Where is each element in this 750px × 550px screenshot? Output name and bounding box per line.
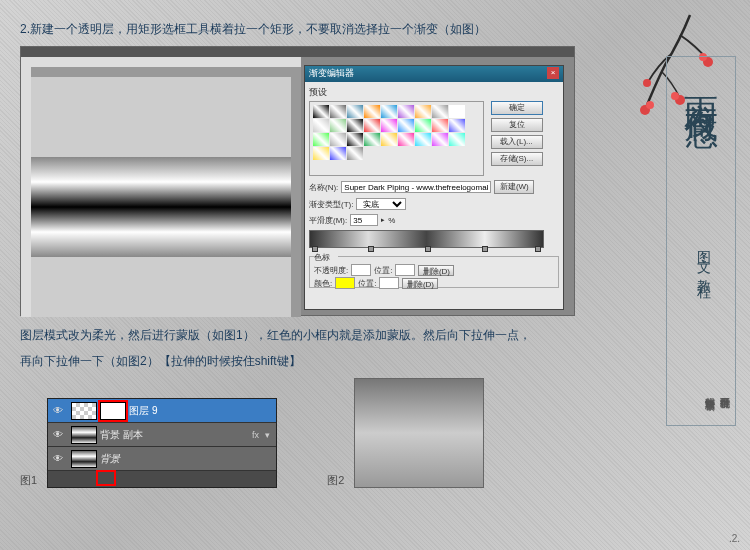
sidebar-title: 雨夜有感	[672, 70, 722, 94]
cancel-button[interactable]: 复位	[491, 118, 543, 132]
credit-2: 制作讲解 飘零桢雪	[701, 390, 717, 393]
name-label: 名称(N):	[309, 182, 338, 193]
dialog-title: 渐变编辑器	[309, 67, 354, 81]
layer-mask-highlighted	[100, 402, 126, 420]
layer-row-9[interactable]: 👁 图层 9	[48, 399, 276, 423]
presets-label: 预设	[309, 87, 327, 97]
smooth-label: 平滑度(M):	[309, 215, 347, 226]
ok-button[interactable]: 确定	[491, 101, 543, 115]
step-2-text: 2.新建一个透明层，用矩形选框工具横着拉一个矩形，不要取消选择拉一个渐变（如图）	[20, 20, 620, 38]
gradient-rectangle	[31, 157, 291, 257]
figure-2-image	[354, 378, 484, 488]
svg-point-6	[643, 79, 651, 87]
visibility-icon[interactable]: 👁	[48, 453, 68, 464]
svg-point-3	[646, 101, 654, 109]
page-number: .2.	[729, 533, 740, 544]
visibility-icon[interactable]: 👁	[48, 429, 68, 440]
gradient-bar[interactable]	[309, 230, 544, 248]
visibility-icon[interactable]: 👁	[48, 405, 68, 416]
add-mask-button-highlighted[interactable]	[98, 472, 114, 484]
step-3-text-a: 图层模式改为柔光，然后进行蒙版（如图1），红色的小框内就是添加蒙版。然后向下拉伸…	[20, 326, 620, 344]
gradient-editor-dialog: 渐变编辑器 × 预设 确定 复位 载入(L)... 存储(S)... 名称(N)…	[304, 65, 564, 310]
panel-footer	[48, 471, 276, 487]
step-3-text-b: 再向下拉伸一下（如图2）【拉伸的时候按住shift键】	[20, 352, 620, 370]
screenshot-1: 渐变编辑器 × 预设 确定 复位 载入(L)... 存储(S)... 名称(N)…	[20, 46, 575, 316]
canvas	[31, 77, 291, 317]
fx-badge: fx	[252, 430, 259, 440]
figure-1-label: 图1	[20, 473, 37, 488]
figure-2-label: 图2	[327, 473, 344, 488]
layer-thumb	[71, 426, 97, 444]
sidebar-subtitle: 图文·教程	[694, 240, 712, 284]
preset-swatches[interactable]	[309, 101, 484, 176]
chevron-down-icon[interactable]: ▾	[265, 430, 270, 440]
load-button[interactable]: 载入(L)...	[491, 135, 543, 149]
name-field[interactable]	[341, 181, 491, 193]
layer-row-bg[interactable]: 👁 背景	[48, 447, 276, 471]
type-select[interactable]: 实底	[356, 198, 406, 210]
layer-row-bg-copy[interactable]: 👁 背景 副本 fx ▾	[48, 423, 276, 447]
type-label: 渐变类型(T):	[309, 199, 353, 210]
close-icon[interactable]: ×	[547, 67, 559, 79]
percent-label: %	[388, 216, 395, 225]
layer-thumb	[71, 450, 97, 468]
svg-point-1	[699, 53, 707, 61]
stops-label: 色标	[314, 252, 338, 263]
layers-panel: 👁 图层 9 👁 背景 副本 fx ▾ 👁 背景	[47, 398, 277, 488]
new-button[interactable]: 新建(W)	[494, 180, 534, 194]
save-button[interactable]: 存储(S)...	[491, 152, 543, 166]
layer-thumb	[71, 402, 97, 420]
smoothness-field[interactable]	[350, 214, 378, 226]
